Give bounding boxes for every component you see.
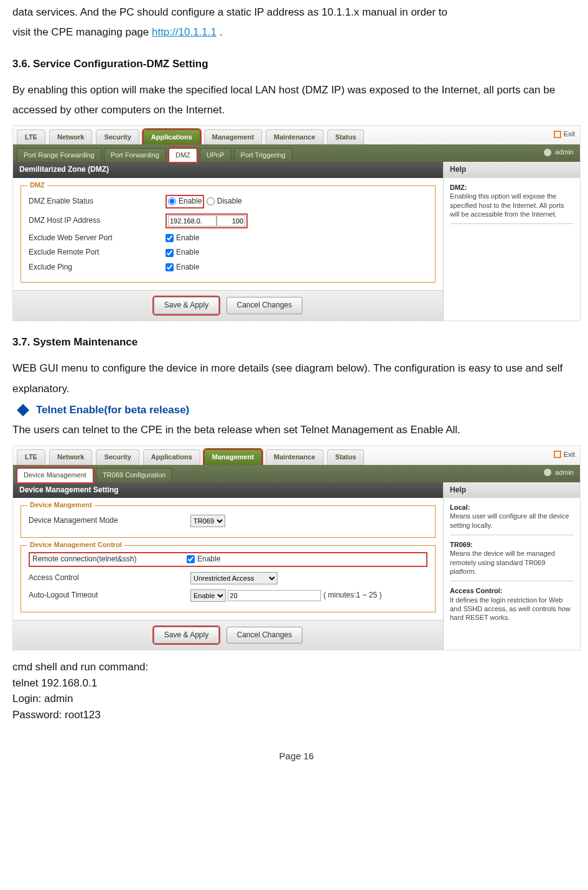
label-dmz-host-ip: DMZ Host IP Address — [29, 216, 166, 226]
radio-disable-label: Disable — [217, 197, 242, 207]
radio-enable-label: Enable — [179, 197, 202, 207]
check-exclude-remote-label: Enable — [176, 248, 199, 258]
label-remote-conn: Remote connection(telnet&ssh) — [32, 555, 187, 564]
tab-applications[interactable]: Applications — [143, 129, 200, 144]
save-apply-button[interactable]: Save & Apply — [154, 297, 219, 314]
subtab-port-trigger[interactable]: Port Triggering — [234, 148, 292, 162]
admin-label: admin — [555, 148, 574, 156]
user-icon — [544, 149, 551, 156]
bullet-telnet: Telnet Enable(for beta release) — [12, 400, 581, 420]
fieldset-dev-mgmt-ctrl: Device Management Control Remote connect… — [21, 545, 436, 612]
tab2-lte[interactable]: LTE — [17, 449, 45, 464]
label-dev-mgmt-mode: Device Management Mode — [29, 516, 190, 526]
tab2-network[interactable]: Network — [49, 449, 92, 464]
select-access-control[interactable]: Unrestricted Access — [190, 572, 278, 584]
subtab-dev-mgmt[interactable]: Device Management — [17, 468, 93, 482]
button-bar: Save & Apply Cancel Changes — [13, 290, 443, 321]
check-remote-conn[interactable]: Enable — [187, 555, 220, 564]
panel-title-dmz: Demilitarized Zone (DMZ) — [13, 162, 443, 178]
screenshot-dmz: LTE Network Security Applications Manage… — [12, 125, 581, 321]
tail-2: telnet 192.168.0.1 — [12, 675, 581, 691]
subtab-dmz[interactable]: DMZ — [169, 148, 197, 162]
radio-disable-input[interactable] — [207, 197, 215, 205]
check-exclude-web-input[interactable] — [166, 234, 174, 242]
label-auto-logout: Auto-Logout Timeout — [29, 591, 190, 601]
intro-line-2: visit the CPE managing page http://10.1.… — [12, 22, 581, 42]
check-exclude-remote-input[interactable] — [166, 249, 174, 257]
help-ac-h: Access Control: — [450, 587, 502, 594]
tab-maintenance[interactable]: Maintenance — [266, 129, 324, 144]
check-exclude-ping-input[interactable] — [166, 263, 174, 271]
sub-tabbar: Port Range Forwarding Port Forwarding DM… — [13, 144, 580, 162]
cancel-changes-button[interactable]: Cancel Changes — [226, 297, 303, 314]
admin-label-2: admin — [555, 468, 574, 477]
subtab-upnp[interactable]: UPnP — [200, 148, 231, 162]
section-3-7-body: WEB GUI menu to configure the device in … — [12, 358, 581, 399]
note-auto-logout: ( minutes:1 ~ 25 ) — [324, 591, 382, 601]
button-bar-2: Save & Apply Cancel Changes — [13, 620, 443, 650]
select-dev-mgmt-mode[interactable]: TR069 — [190, 515, 225, 527]
input-auto-logout-min[interactable] — [228, 590, 321, 601]
select-auto-logout[interactable]: Enable — [190, 589, 226, 602]
help-dmz-text: Enabling this option will expose the spe… — [450, 192, 564, 218]
check-exclude-ping[interactable]: Enable — [166, 263, 199, 273]
exit-link[interactable]: Exit — [554, 129, 575, 138]
tab2-applications[interactable]: Applications — [143, 449, 200, 464]
fieldset-dev-mgmt-ctrl-legend: Device Management Control — [27, 540, 124, 549]
label-dmz-enable-status: DMZ Enable Status — [29, 197, 166, 207]
subtab-port-range-fwd[interactable]: Port Range Forwarding — [17, 148, 101, 162]
exit-link-2[interactable]: Exit — [554, 450, 575, 459]
label-access-control: Access Control — [29, 573, 190, 583]
fieldset-dmz: DMZ DMZ Enable Status Enable Disable — [21, 185, 436, 283]
tab-status[interactable]: Status — [327, 129, 365, 144]
tab2-status[interactable]: Status — [327, 449, 365, 464]
help-local-b: Means user will configure all the device… — [450, 512, 569, 528]
exit-icon-2 — [554, 451, 561, 458]
exit-icon — [554, 131, 561, 138]
cpe-link[interactable]: http://10.1.1.1 — [152, 26, 217, 38]
intro-line-2-suffix: . — [220, 26, 223, 38]
help-body-dmz: DMZ: Enabling this option will expose th… — [444, 178, 580, 234]
tab2-maintenance[interactable]: Maintenance — [266, 449, 324, 464]
radio-enable-input[interactable] — [168, 197, 176, 205]
section-3-7-body2: The users can telnet to the CPE in the b… — [12, 420, 581, 440]
tab2-management[interactable]: Management — [204, 449, 262, 464]
tab-security[interactable]: Security — [96, 129, 139, 144]
tab-lte[interactable]: LTE — [17, 129, 45, 144]
check-exclude-remote[interactable]: Enable — [166, 248, 199, 258]
save-apply-button-2[interactable]: Save & Apply — [154, 627, 219, 644]
fieldset-dev-mgmt-legend: Device Mangement — [27, 500, 95, 509]
cancel-changes-button-2[interactable]: Cancel Changes — [226, 627, 303, 644]
fieldset-dmz-legend: DMZ — [27, 180, 47, 189]
subtab-tr069[interactable]: TR069 Configuration — [96, 468, 173, 482]
exit-label: Exit — [564, 129, 575, 138]
input-ip-prefix[interactable] — [168, 215, 217, 227]
highlight-enable-radio: Enable — [166, 195, 204, 208]
tab-management[interactable]: Management — [204, 129, 262, 144]
input-ip-suffix[interactable] — [217, 215, 245, 227]
help-body-mgmt: Local: Means user will configure all the… — [444, 498, 580, 627]
admin-indicator-2: admin — [544, 468, 574, 477]
exit-label-2: Exit — [564, 450, 575, 459]
tab2-security[interactable]: Security — [96, 449, 139, 464]
screenshot-management: LTE Network Security Applications Manage… — [12, 446, 581, 651]
check-exclude-web[interactable]: Enable — [166, 233, 199, 243]
diamond-icon — [17, 404, 29, 416]
help-dmz-heading: DMZ: — [450, 184, 467, 191]
radio-enable[interactable]: Enable — [168, 197, 202, 207]
tab-network[interactable]: Network — [49, 129, 92, 144]
check-exclude-ping-label: Enable — [176, 263, 199, 273]
check-remote-conn-input[interactable] — [187, 555, 195, 563]
help-tr069-h: TR069: — [450, 541, 473, 548]
tail-3: Login: admin — [12, 691, 581, 707]
check-remote-conn-label: Enable — [197, 555, 220, 564]
page-footer: Page 16 — [12, 747, 581, 766]
help-local-h: Local: — [450, 504, 470, 511]
help-ac-b: It defines the login restriction for Web… — [450, 596, 571, 622]
radio-disable[interactable]: Disable — [207, 197, 242, 207]
main-tabbar-2: LTE Network Security Applications Manage… — [13, 446, 580, 465]
main-tabbar: LTE Network Security Applications Manage… — [13, 126, 580, 144]
subtab-port-fwd[interactable]: Port Forwarding — [104, 148, 166, 162]
label-exclude-remote: Exclude Remote Port — [29, 248, 166, 258]
label-exclude-ping: Exclude Ping — [29, 263, 166, 273]
